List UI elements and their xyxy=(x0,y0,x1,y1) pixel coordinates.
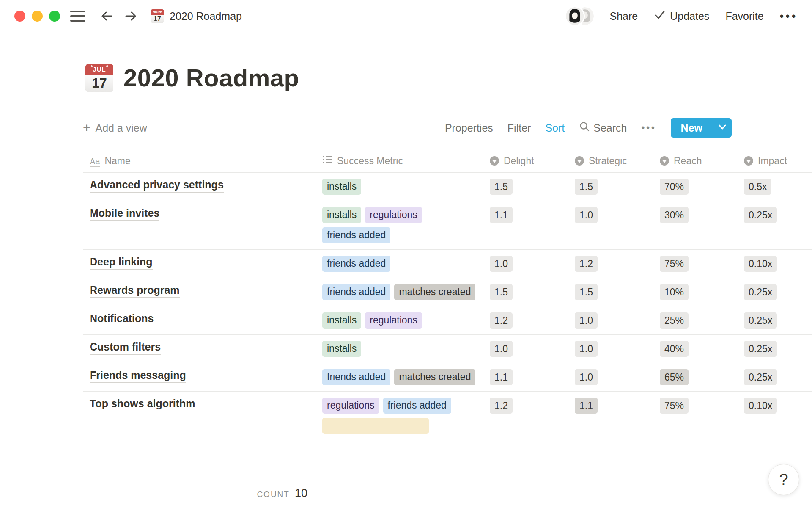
column-header-name[interactable]: AaName xyxy=(83,149,315,172)
reach-cell[interactable]: 25% xyxy=(653,306,737,334)
sidebar-menu-icon[interactable] xyxy=(70,11,85,22)
delight-cell[interactable]: 1.2 xyxy=(483,392,568,440)
metric-badge[interactable]: 1.2 xyxy=(490,312,513,329)
page-emoji-calendar-icon[interactable]: JUL 17 xyxy=(85,64,113,92)
new-button-label[interactable]: New xyxy=(671,118,713,138)
metric-badge[interactable]: 1.1 xyxy=(575,398,598,414)
delight-cell[interactable]: 1.5 xyxy=(483,278,568,306)
row-title-link[interactable]: Mobile invites xyxy=(90,207,159,221)
metric-badge[interactable]: 1.5 xyxy=(575,284,598,300)
success-metric-cell[interactable]: regulationsfriends added xyxy=(315,392,483,440)
metric-badge[interactable]: 1.1 xyxy=(490,369,513,385)
metric-badge[interactable]: 0.25x xyxy=(744,284,777,300)
back-icon[interactable] xyxy=(99,9,115,23)
reach-cell[interactable]: 75% xyxy=(653,392,737,440)
metric-badge[interactable]: 1.2 xyxy=(490,398,513,414)
row-title-link[interactable]: Rewards program xyxy=(90,284,180,298)
metric-badge[interactable]: 10% xyxy=(660,284,689,300)
row-title-link[interactable]: Deep linking xyxy=(90,256,153,270)
metric-badge[interactable]: 1.5 xyxy=(575,179,598,195)
sort-button[interactable]: Sort xyxy=(545,122,565,134)
success-metric-cell[interactable]: installs xyxy=(315,173,483,201)
column-header-success-metric[interactable]: Success Metric xyxy=(315,149,483,172)
metric-badge[interactable]: 1.5 xyxy=(490,179,513,195)
delight-cell[interactable]: 1.1 xyxy=(483,363,568,391)
impact-cell[interactable]: 0.10x xyxy=(737,250,812,278)
row-title-link[interactable]: Friends messaging xyxy=(90,369,186,383)
delight-cell[interactable]: 1.1 xyxy=(483,201,568,249)
success-metric-cell[interactable]: friends addedmatches created xyxy=(315,278,483,306)
add-view-button[interactable]: + Add a view xyxy=(83,121,147,134)
column-header-reach[interactable]: Reach xyxy=(653,149,737,172)
strategic-cell[interactable]: 1.5 xyxy=(568,173,653,201)
metric-badge[interactable]: 1.0 xyxy=(490,341,513,357)
strategic-cell[interactable]: 1.0 xyxy=(568,363,653,391)
success-metric-cell[interactable]: friends addedmatches created xyxy=(315,363,483,391)
metric-badge[interactable]: 75% xyxy=(660,256,689,272)
delight-cell[interactable]: 1.0 xyxy=(483,335,568,363)
tag[interactable]: matches created xyxy=(394,369,475,385)
tag[interactable]: friends added xyxy=(322,256,390,272)
success-metric-cell[interactable]: installsregulationsfriends added xyxy=(315,201,483,249)
impact-cell[interactable]: 0.5x xyxy=(737,173,812,201)
name-cell[interactable]: Advanced privacy settings xyxy=(83,173,315,201)
metric-badge[interactable]: 1.0 xyxy=(490,256,513,272)
more-options-icon[interactable]: ••• xyxy=(780,11,798,22)
impact-cell[interactable]: 0.25x xyxy=(737,201,812,249)
view-more-options-icon[interactable]: ••• xyxy=(641,122,656,133)
row-title-link[interactable]: Notifications xyxy=(90,312,154,326)
tag[interactable]: regulations xyxy=(365,207,422,223)
success-metric-cell[interactable]: installsregulations xyxy=(315,306,483,334)
name-cell[interactable]: Top shows algorithm xyxy=(83,392,315,440)
metric-badge[interactable]: 65% xyxy=(660,369,689,385)
row-title-link[interactable]: Custom filters xyxy=(90,341,161,355)
column-header-delight[interactable]: Delight xyxy=(483,149,568,172)
reach-cell[interactable]: 75% xyxy=(653,250,737,278)
metric-badge[interactable]: 30% xyxy=(660,207,689,223)
metric-badge[interactable]: 0.10x xyxy=(744,256,777,272)
collaborator-avatars[interactable] xyxy=(566,7,594,25)
metric-badge[interactable]: 0.25x xyxy=(744,312,777,329)
row-title-link[interactable]: Top shows algorithm xyxy=(90,398,195,411)
favorite-button[interactable]: Favorite xyxy=(725,10,763,22)
metric-badge[interactable]: 40% xyxy=(660,341,689,357)
reach-cell[interactable]: 30% xyxy=(653,201,737,249)
search-button[interactable]: Search xyxy=(579,121,627,135)
metric-badge[interactable]: 0.25x xyxy=(744,207,777,223)
metric-badge[interactable]: 0.25x xyxy=(744,341,777,357)
column-header-impact[interactable]: Impact xyxy=(737,149,812,172)
reach-cell[interactable]: 40% xyxy=(653,335,737,363)
strategic-cell[interactable]: 1.1 xyxy=(568,392,653,440)
metric-badge[interactable]: 70% xyxy=(660,179,689,195)
impact-cell[interactable]: 0.10x xyxy=(737,392,812,440)
strategic-cell[interactable]: 1.2 xyxy=(568,250,653,278)
success-metric-cell[interactable]: friends added xyxy=(315,250,483,278)
name-cell[interactable]: Mobile invites xyxy=(83,201,315,249)
filter-button[interactable]: Filter xyxy=(508,122,531,134)
updates-button[interactable]: Updates xyxy=(654,10,709,22)
tag[interactable]: installs xyxy=(322,341,361,357)
tag[interactable]: installs xyxy=(322,312,361,329)
count-aggregate[interactable]: COUNT 10 xyxy=(83,487,315,500)
reach-cell[interactable]: 65% xyxy=(653,363,737,391)
success-metric-cell[interactable]: installs xyxy=(315,335,483,363)
name-cell[interactable]: Rewards program xyxy=(83,278,315,306)
reach-cell[interactable]: 70% xyxy=(653,173,737,201)
tag[interactable]: regulations xyxy=(322,398,379,414)
tag[interactable]: friends added xyxy=(322,284,390,300)
breadcrumb[interactable]: JUL 17 2020 Roadmap xyxy=(151,9,242,23)
tag[interactable]: regulations xyxy=(365,312,422,329)
share-button[interactable]: Share xyxy=(610,10,638,22)
metric-badge[interactable]: 0.5x xyxy=(744,179,771,195)
strategic-cell[interactable]: 1.0 xyxy=(568,335,653,363)
name-cell[interactable]: Custom filters xyxy=(83,335,315,363)
tag[interactable]: installs xyxy=(322,179,361,195)
metric-badge[interactable]: 25% xyxy=(660,312,689,329)
metric-badge[interactable]: 1.0 xyxy=(575,341,598,357)
strategic-cell[interactable]: 1.5 xyxy=(568,278,653,306)
name-cell[interactable]: Notifications xyxy=(83,306,315,334)
metric-badge[interactable]: 1.0 xyxy=(575,207,598,223)
close-window-button[interactable] xyxy=(14,11,25,22)
minimize-window-button[interactable] xyxy=(32,11,43,22)
tag[interactable]: installs xyxy=(322,207,361,223)
